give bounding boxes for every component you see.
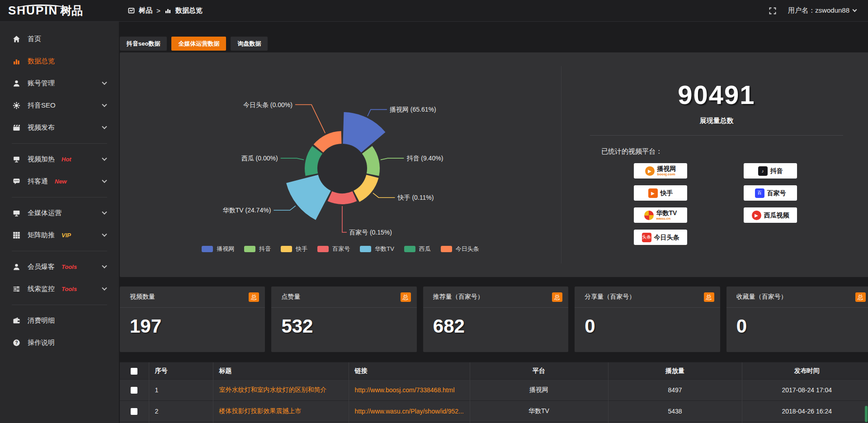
select-all-checkbox[interactable]: [131, 368, 137, 375]
user-menu[interactable]: 用户名：zswodun88: [788, 6, 856, 15]
sidebar-item-badge: New: [55, 178, 67, 185]
sidebar-item-3[interactable]: 抖音SEO: [0, 94, 119, 117]
chevron-down-icon: [102, 155, 107, 160]
stat-card-value: 197: [130, 315, 265, 337]
total-badge[interactable]: 总: [704, 292, 714, 302]
sidebar-item-9[interactable]: 会员爆客Tools: [0, 256, 119, 278]
sidebar-item-8[interactable]: 矩阵助推VIP: [0, 224, 119, 246]
platform-name: 西瓜视频: [764, 212, 789, 218]
sidebar-item-11[interactable]: 消费明细: [0, 310, 119, 332]
legend-item-快手[interactable]: 快手: [281, 245, 307, 253]
slice-label: 西瓜 (0.00%): [241, 155, 278, 162]
row-checkbox[interactable]: [131, 387, 137, 394]
slice-label: 百家号 (0.15%): [349, 229, 392, 236]
sidebar-item-label: 首页: [28, 35, 41, 43]
platform-name: 百家号: [767, 190, 786, 196]
sidebar-item-2[interactable]: 账号管理: [0, 72, 119, 94]
chevron-down-icon: [102, 231, 107, 236]
bar-chart-icon: [13, 57, 20, 65]
sidebar-divider: [12, 251, 107, 251]
chevron-down-icon: [102, 80, 107, 85]
legend-label: 快手: [296, 245, 307, 253]
sidebar-item-7[interactable]: 全媒体运营: [0, 202, 119, 224]
summary-divider: [590, 135, 843, 136]
row-checkbox[interactable]: [131, 408, 137, 415]
wasu-logo: [644, 211, 654, 220]
cell-link: http://www.boosj.com/7338468.html: [349, 380, 470, 401]
sidebar-item-label: 操作说明: [28, 338, 55, 347]
slice-label: 抖音 (9.40%): [406, 155, 443, 162]
video-title-link[interactable]: 楼体投影灯投影效果震撼上市: [219, 407, 302, 414]
tab-0[interactable]: 抖音seo数据: [120, 37, 167, 51]
legend-item-华数TV[interactable]: 华数TV: [360, 245, 394, 253]
sidebar-item-5[interactable]: 视频加热Hot: [0, 148, 119, 170]
sidebar-item-6[interactable]: 抖客通New: [0, 170, 119, 193]
column-header-5: 发布时间: [742, 362, 868, 380]
stat-card-title: 推荐量（百家号）: [433, 293, 484, 301]
rose-chart-svg: 播视网 (65.61%)抖音 (9.40%)快手 (0.11%)百家号 (0.1…: [120, 61, 561, 251]
videos-table-section: 序号标题链接平台播放量发布时间 1室外水纹灯和室内水纹灯的区别和简介http:/…: [120, 362, 868, 423]
legend-item-西瓜[interactable]: 西瓜: [404, 245, 431, 253]
sidebar-item-4[interactable]: 视频发布: [0, 117, 119, 139]
platform-domain: wasu.cn: [656, 217, 677, 221]
total-badge[interactable]: 总: [552, 292, 562, 302]
site-icon: [128, 7, 135, 14]
wallet-icon: [13, 317, 20, 324]
sliders-icon: [13, 285, 20, 293]
legend-item-播视网[interactable]: 播视网: [202, 245, 234, 253]
home-icon: [13, 35, 20, 43]
douyin-logo: ♪: [758, 166, 768, 176]
stat-card-title: 视频数量: [130, 293, 155, 301]
rose-chart: 播视网 (65.61%)抖音 (9.40%)快手 (0.11%)百家号 (0.1…: [120, 52, 561, 277]
slice-label: 播视网 (65.61%): [389, 106, 436, 113]
legend-label: 西瓜: [419, 245, 431, 253]
username-label: 用户名：zswodun88: [788, 6, 849, 15]
overview-panel: 播视网 (65.61%)抖音 (9.40%)快手 (0.11%)百家号 (0.1…: [120, 52, 868, 277]
sidebar-item-label: 全媒体运营: [28, 209, 61, 217]
user-icon: [13, 80, 20, 87]
platform-badge-抖音: ♪抖音: [744, 163, 797, 179]
sidebar-item-1[interactable]: 数据总览: [0, 50, 119, 72]
header-checkbox-cell: [120, 362, 149, 380]
legend-label: 抖音: [259, 245, 271, 253]
sidebar-item-12[interactable]: ?操作说明: [0, 332, 119, 354]
app-logo: SHUPIN 树品: [0, 3, 119, 18]
sidebar-divider: [12, 197, 107, 197]
cell-plays: 8497: [608, 380, 742, 401]
table-row: 1室外水纹灯和室内水纹灯的区别和简介http://www.boosj.com/7…: [120, 380, 868, 401]
scrollbar-thumb[interactable]: [865, 406, 868, 422]
video-url-link[interactable]: http://www.boosj.com/7338468.html: [355, 386, 455, 394]
breadcrumb-item-home[interactable]: 树品: [139, 6, 152, 15]
rose-slice-百家号[interactable]: [328, 191, 357, 204]
legend-swatch: [281, 246, 292, 252]
grid-icon: [13, 231, 20, 239]
total-badge[interactable]: 总: [249, 292, 259, 302]
legend-item-百家号[interactable]: 百家号: [317, 245, 350, 253]
video-url-link[interactable]: http://www.wasu.cn/Play/show/id/952...: [355, 408, 464, 415]
sidebar-item-10[interactable]: 线索监控Tools: [0, 278, 119, 300]
sidebar-item-badge: Hot: [61, 156, 71, 163]
platform-name: 抖音: [770, 168, 783, 174]
tab-1[interactable]: 全媒体运营数据: [171, 37, 226, 51]
stat-cards-row: 视频数量总197点赞量总532推荐量（百家号）总682分享量（百家号）总0收藏量…: [120, 287, 868, 352]
legend-swatch: [244, 246, 255, 252]
stat-card-title: 点赞量: [281, 293, 300, 301]
total-badge[interactable]: 总: [855, 292, 866, 302]
column-header-4: 播放量: [608, 362, 742, 380]
monitor-icon: [13, 209, 20, 217]
legend-item-今日头条[interactable]: 今日头条: [441, 245, 479, 253]
sidebar-item-label: 账号管理: [28, 79, 55, 88]
tab-2[interactable]: 询盘数据: [231, 37, 268, 51]
total-badge[interactable]: 总: [401, 292, 411, 302]
chevron-down-icon: [102, 209, 107, 214]
video-title-link[interactable]: 室外水纹灯和室内水纹灯的区别和简介: [219, 386, 327, 393]
sidebar-item-label: 矩阵助推: [28, 231, 55, 240]
sidebar-item-0[interactable]: 首页: [0, 28, 119, 50]
cell-index: 1: [149, 380, 213, 401]
fullscreen-icon[interactable]: [769, 7, 776, 14]
stat-card-1: 点赞量总532: [271, 287, 416, 352]
platform-name: 快手: [660, 190, 673, 196]
legend-item-抖音[interactable]: 抖音: [244, 245, 271, 253]
legend-swatch: [360, 246, 371, 252]
summary-panel: 90491 展现量总数 已统计的视频平台： ▶播视网boosj.com♪抖音▶快…: [561, 52, 868, 277]
